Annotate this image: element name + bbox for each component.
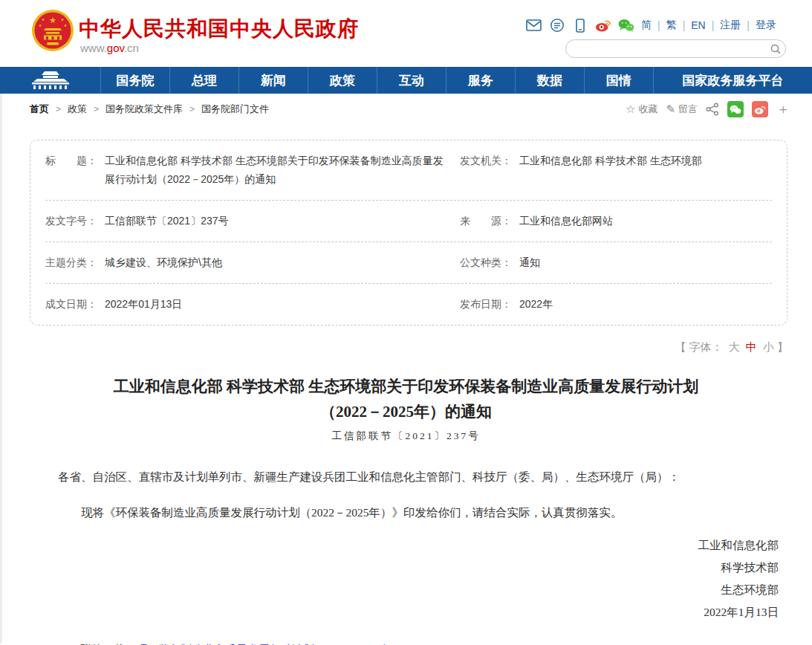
- article-doc-number: 工信部联节〔2021〕237号: [0, 430, 812, 443]
- meta-value-category: 城乡建设、环境保护\其他: [105, 253, 222, 272]
- font-size-widget: 【字体： 大 中 小】: [0, 340, 790, 354]
- link-simplified[interactable]: 简: [641, 19, 652, 32]
- nav-item-state-council[interactable]: 国务院: [100, 67, 169, 94]
- site-url-cn: .cn: [124, 42, 139, 54]
- font-widget-open-bracket: 【: [675, 340, 686, 353]
- meta-value-doc-number: 工信部联节〔2021〕237号: [105, 212, 229, 230]
- share-icon[interactable]: [706, 103, 719, 116]
- document-meta-box: 标 题： 工业和信息化部 科学技术部 生态环境部关于印发环保装备制造业高质量发展…: [30, 140, 787, 325]
- svg-text:★: ★: [61, 17, 65, 22]
- font-size-medium-button[interactable]: 中: [746, 340, 757, 353]
- nav-item-services[interactable]: 服务: [446, 67, 515, 94]
- meta-value-doc-type: 通知: [519, 253, 540, 272]
- search-icon[interactable]: [766, 41, 785, 56]
- meta-value-publish-date: 2022年: [519, 295, 553, 314]
- font-widget-close-bracket: 】: [777, 340, 788, 353]
- comment-label: 留言: [678, 103, 698, 116]
- wechat-icon[interactable]: [618, 18, 634, 33]
- gov-cn-page: ★ ★ ★ ★ ★ 中华人民共和国中央人民政府 www.gov.cn: [0, 0, 812, 645]
- meta-value-title: 工业和信息化部 科学技术部 生态环境部关于印发环保装备制造业高质量发展行动计划（…: [105, 152, 448, 189]
- svg-text:★: ★: [49, 16, 56, 25]
- article-title-line1: 工业和信息化部 科学技术部 生态环境部关于印发环保装备制造业高质量发展行动计划: [45, 374, 767, 399]
- mobile-icon[interactable]: [572, 18, 588, 33]
- signatory: 工业和信息化部: [58, 534, 779, 557]
- link-separator: |: [712, 19, 715, 31]
- article-body: 各省、自治区、直辖市及计划单列市、新疆生产建设兵团工业和信息化主管部门、科技厅（…: [58, 467, 779, 623]
- link-english[interactable]: EN: [691, 19, 705, 31]
- comment-icon[interactable]: [549, 18, 565, 33]
- link-separator: |: [657, 19, 660, 31]
- more-actions-plus-icon[interactable]: ＋: [776, 100, 790, 118]
- favorite-label: 收藏: [638, 103, 657, 116]
- font-size-small-button[interactable]: 小: [763, 340, 774, 353]
- site-title: 中华人民共和国中央人民政府: [79, 15, 359, 43]
- national-emblem-logo: ★ ★ ★ ★ ★: [31, 9, 74, 52]
- meta-label-doc-number: 发文字号：: [45, 212, 105, 230]
- article-title-line2: （2022－2025年）的通知: [45, 399, 767, 424]
- svg-text:★: ★: [42, 17, 45, 22]
- meta-label-title: 标 题：: [45, 152, 105, 189]
- search-bar: [565, 39, 786, 58]
- nav-item-data[interactable]: 数据: [515, 67, 584, 94]
- breadcrumb-policy[interactable]: 政策: [68, 103, 87, 116]
- meta-value-written-date: 2022年01月13日: [105, 295, 182, 314]
- meta-label-category: 主题分类：: [45, 253, 105, 272]
- meta-row-doc-number: 发文字号： 工信部联节〔2021〕237号 来 源： 工业和信息化部网站: [45, 201, 772, 242]
- link-register[interactable]: 注册: [720, 19, 741, 32]
- link-separator: |: [683, 19, 686, 31]
- meta-label-publish-date: 发布日期：: [460, 295, 519, 314]
- nav-home-tiananmen-icon[interactable]: [0, 67, 100, 94]
- site-url-gov: gov: [107, 42, 124, 54]
- meta-label-source: 来 源：: [460, 212, 519, 230]
- share-weibo-icon[interactable]: [752, 101, 768, 117]
- font-size-large-button[interactable]: 大: [729, 340, 740, 353]
- header-top-bar: 简 | 繁 | EN | 注册 | 登录: [526, 18, 776, 33]
- article-paragraph: 各省、自治区、直辖市及计划单列市、新疆生产建设兵团工业和信息化主管部门、科技厅（…: [58, 467, 779, 487]
- article: 工业和信息化部 科学技术部 生态环境部关于印发环保装备制造业高质量发展行动计划 …: [0, 374, 812, 645]
- svg-text:★: ★: [64, 23, 68, 27]
- meta-label-issuing-agency: 发文机关：: [460, 152, 519, 189]
- pencil-icon: ✎: [666, 103, 675, 116]
- nav-item-premier[interactable]: 总理: [169, 67, 238, 94]
- meta-label-doc-type: 公文种类：: [460, 253, 519, 272]
- meta-label-written-date: 成文日期：: [45, 295, 105, 314]
- article-title: 工业和信息化部 科学技术部 生态环境部关于印发环保装备制造业高质量发展行动计划 …: [45, 374, 767, 424]
- breadcrumb-separator: >: [189, 104, 195, 114]
- meta-value-issuing-agency: 工业和信息化部 科学技术部 生态环境部: [519, 152, 702, 189]
- breadcrumb-policy-library[interactable]: 国务院政策文件库: [105, 103, 183, 116]
- mail-icon[interactable]: [526, 18, 542, 33]
- page-left-edge: [0, 94, 2, 644]
- breadcrumb-bar: 首页 > 政策 > 国务院政策文件库 > 国务院部门文件 ☆ 收藏 ✎ 留言: [0, 94, 812, 125]
- link-login[interactable]: 登录: [756, 19, 776, 32]
- nav-item-national-conditions[interactable]: 国情: [584, 67, 653, 94]
- weibo-icon[interactable]: [595, 18, 611, 33]
- favorite-button[interactable]: ☆ 收藏: [626, 103, 657, 116]
- site-header: ★ ★ ★ ★ ★ 中华人民共和国中央人民政府 www.gov.cn: [0, 0, 812, 67]
- meta-value-source: 工业和信息化部网站: [519, 212, 613, 230]
- nav-item-gov-service-platform[interactable]: 国家政务服务平台: [653, 67, 812, 94]
- meta-row-dates: 成文日期： 2022年01月13日 发布日期： 2022年: [45, 284, 772, 325]
- star-icon: ☆: [626, 103, 635, 116]
- article-paragraph: 现将《环保装备制造业高质量发展行动计划（2022－2025年）》印发给你们，请结…: [58, 502, 779, 522]
- svg-text:★: ★: [39, 23, 42, 27]
- link-separator: |: [747, 19, 750, 31]
- signature-block: 工业和信息化部 科学技术部 生态环境部 2022年1月13日: [58, 534, 779, 623]
- font-widget-label: 字体：: [689, 340, 722, 353]
- breadcrumb-separator: >: [94, 104, 99, 114]
- search-input[interactable]: [575, 41, 766, 56]
- meta-row-category: 主题分类： 城乡建设、环境保护\其他 公文种类： 通知: [45, 242, 772, 284]
- site-url: www.gov.cn: [80, 42, 139, 54]
- nav-item-interact[interactable]: 互动: [377, 67, 446, 94]
- breadcrumb-home[interactable]: 首页: [30, 103, 49, 116]
- link-traditional[interactable]: 繁: [666, 19, 677, 32]
- signatory: 生态环境部: [58, 579, 779, 601]
- breadcrumb-separator: >: [56, 104, 61, 114]
- nav-item-news[interactable]: 新闻: [238, 67, 308, 94]
- header-links: 简 | 繁 | EN | 注册 | 登录: [641, 19, 776, 32]
- share-wechat-icon[interactable]: [727, 101, 744, 117]
- comment-button[interactable]: ✎ 留言: [666, 103, 698, 116]
- meta-row-title: 标 题： 工业和信息化部 科学技术部 生态环境部关于印发环保装备制造业高质量发展…: [45, 140, 772, 201]
- nav-item-policy[interactable]: 政策: [308, 67, 377, 94]
- site-url-www: www.: [80, 42, 107, 54]
- breadcrumb-department-docs[interactable]: 国务院部门文件: [201, 103, 269, 116]
